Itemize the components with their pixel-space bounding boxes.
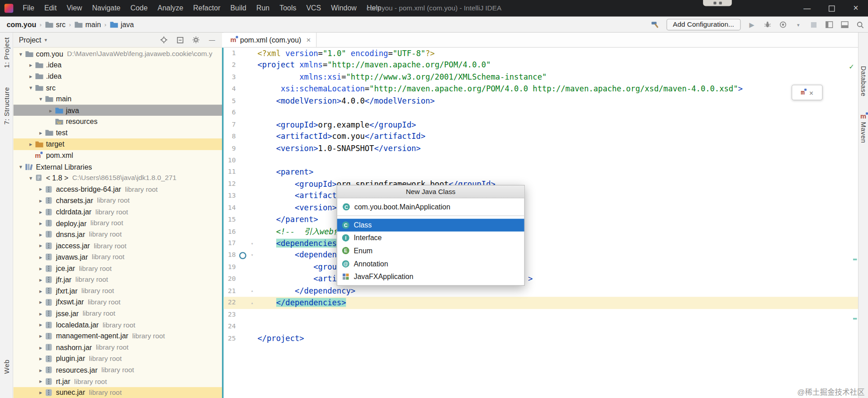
- menu-item-build[interactable]: Build: [225, 0, 251, 17]
- code-line-16[interactable]: 16 <!-- 引入web依赖-->: [224, 226, 858, 237]
- tree-row-jfxswt.jar[interactable]: ▸jfxswt.jarlibrary root: [13, 297, 222, 308]
- search-icon[interactable]: [856, 20, 865, 29]
- line-number[interactable]: 15: [224, 214, 236, 226]
- tree-collapse-icon[interactable]: ▸: [37, 186, 45, 192]
- code-editor[interactable]: m × ✓ 1<?xml version="1.0" encoding="UTF…: [224, 47, 858, 398]
- tree-collapse-icon[interactable]: ▸: [37, 220, 45, 226]
- line-number[interactable]: 1: [224, 47, 236, 59]
- line-number[interactable]: 24: [224, 321, 236, 332]
- tree-collapse-icon[interactable]: ▸: [37, 265, 45, 271]
- tool-stripe-1project[interactable]: 1: Project: [3, 37, 10, 68]
- line-number[interactable]: 9: [224, 142, 236, 154]
- line-number[interactable]: 7: [224, 119, 236, 131]
- tree-collapse-icon[interactable]: ▸: [37, 367, 45, 373]
- tree-expand-icon[interactable]: ▾: [17, 51, 25, 57]
- code-line-21[interactable]: 21▴ </dependency>: [224, 285, 858, 297]
- tree-row-accessbridge64.jar[interactable]: ▸access-bridge-64.jarlibrary root: [13, 184, 222, 195]
- tree-collapse-icon[interactable]: ▸: [37, 198, 45, 204]
- line-number[interactable]: 11: [224, 166, 236, 178]
- tree-row-src[interactable]: ▾src: [13, 82, 222, 93]
- line-number[interactable]: 20: [224, 273, 236, 285]
- tree-expand-icon[interactable]: ▾: [27, 175, 35, 181]
- line-number[interactable]: 18: [224, 250, 236, 261]
- build-hammer-icon[interactable]: [651, 20, 660, 29]
- tree-row-test[interactable]: ▸test: [13, 127, 222, 138]
- code-line-6[interactable]: 6: [224, 107, 858, 119]
- line-number[interactable]: 19: [224, 261, 236, 273]
- tab-close-icon[interactable]: ×: [306, 35, 311, 44]
- locate-icon[interactable]: [160, 35, 169, 44]
- line-number[interactable]: 8: [224, 131, 236, 142]
- menu-item-view[interactable]: View: [61, 0, 87, 17]
- code-line-18[interactable]: 18▾ <dependency>: [224, 250, 858, 261]
- tree-collapse-icon[interactable]: ▸: [37, 355, 45, 361]
- line-number[interactable]: 2: [224, 60, 236, 71]
- tree-row-target[interactable]: ▸target: [13, 138, 222, 150]
- tree-expand-icon[interactable]: ▾: [37, 96, 45, 102]
- code-line-7[interactable]: 7 <groupId>org.example</groupId>: [224, 119, 858, 131]
- code-line-23[interactable]: 23: [224, 309, 858, 321]
- coverage-icon[interactable]: [778, 20, 788, 29]
- tool-stripe-7structure[interactable]: 7: Structure: [3, 87, 10, 124]
- tree-row-.idea[interactable]: ▸.idea: [13, 71, 222, 82]
- code-line-13[interactable]: 13 <artifactId>: [224, 190, 858, 202]
- menu-item-navigate[interactable]: Navigate: [87, 0, 126, 17]
- layout-bottom-icon[interactable]: [840, 20, 849, 29]
- menu-item-run[interactable]: Run: [251, 0, 274, 17]
- line-number[interactable]: 14: [224, 202, 236, 214]
- line-number[interactable]: 10: [224, 155, 236, 166]
- code-line-14[interactable]: 14 <version>: [224, 202, 858, 214]
- popup-item-annotation[interactable]: @Annotation: [337, 257, 524, 270]
- fold-marker-icon[interactable]: ▴: [251, 285, 254, 297]
- code-line-10[interactable]: 10: [224, 155, 858, 166]
- tree-row-jaccess.jar[interactable]: ▸jaccess.jarlibrary root: [13, 240, 222, 251]
- line-number[interactable]: 16: [224, 226, 236, 237]
- tree-collapse-icon[interactable]: ▸: [37, 322, 45, 328]
- tree-row-sunec.jar[interactable]: ▸sunec.jarlibrary root: [13, 387, 222, 398]
- line-number[interactable]: 4: [224, 83, 236, 95]
- fold-marker-icon[interactable]: ▾: [251, 237, 254, 249]
- menu-item-vcs[interactable]: VCS: [301, 0, 326, 17]
- code-line-25[interactable]: 25</project>: [224, 332, 858, 344]
- line-number[interactable]: 25: [224, 332, 236, 344]
- code-line-4[interactable]: 4 xsi:schemaLocation="http://maven.apach…: [224, 83, 858, 95]
- breadcrumb-item-comyou[interactable]: com.you: [7, 20, 36, 28]
- tool-stripe-maven[interactable]: mMaven: [859, 113, 867, 143]
- line-number[interactable]: 5: [224, 95, 236, 107]
- menu-item-analyze[interactable]: Analyze: [153, 0, 189, 17]
- layout-left-icon[interactable]: [825, 20, 834, 29]
- code-line-17[interactable]: 17▾ <dependencies>: [224, 237, 858, 249]
- tree-collapse-icon[interactable]: ▸: [27, 141, 35, 147]
- tree-row-plugin.jar[interactable]: ▸plugin.jarlibrary root: [13, 353, 222, 365]
- tree-row-pom.xml[interactable]: mpom.xml: [13, 150, 222, 161]
- popup-title[interactable]: New Java Class: [337, 185, 524, 198]
- collapse-all-icon[interactable]: [175, 35, 184, 44]
- tree-expand-icon[interactable]: ▾: [27, 85, 35, 90]
- menu-item-file[interactable]: File: [18, 0, 39, 17]
- minimize-icon[interactable]: —: [208, 35, 217, 44]
- code-line-5[interactable]: 5 <modelVersion>4.0.0</modelVersion>: [224, 95, 858, 107]
- debug-icon[interactable]: [763, 20, 772, 29]
- tree-row-com.you[interactable]: ▾com.youD:\Maven\JavaWeb\feng.javaweb.co…: [13, 48, 222, 60]
- chevron-down-icon[interactable]: ▾: [794, 20, 803, 29]
- line-number[interactable]: 3: [224, 71, 236, 83]
- tree-collapse-icon[interactable]: ▸: [27, 73, 35, 79]
- code-line-11[interactable]: 11 <parent>: [224, 166, 858, 178]
- tree-row-cldrdata.jar[interactable]: ▸cldrdata.jarlibrary root: [13, 206, 222, 218]
- add-configuration-button[interactable]: Add Configuration...: [666, 19, 741, 31]
- popup-item-interface[interactable]: IInterface: [337, 232, 524, 244]
- popup-item-enum[interactable]: EEnum: [337, 244, 524, 257]
- breadcrumb-item-java[interactable]: java: [109, 20, 134, 28]
- code-line-12[interactable]: 12 <groupId>org.springframework.boot</gr…: [224, 178, 858, 190]
- menu-item-code[interactable]: Code: [126, 0, 153, 17]
- minimize-button[interactable]: —: [795, 0, 819, 17]
- chevron-down-icon[interactable]: ▾: [45, 37, 47, 43]
- tree-row-1.8[interactable]: ▾< 1.8 >C:\Users\86158\java\jdk1.8.0_271: [13, 172, 222, 184]
- tree-row-jfxrt.jar[interactable]: ▸jfxrt.jarlibrary root: [13, 285, 222, 297]
- tree-row-rt.jar[interactable]: ▸rt.jarlibrary root: [13, 376, 222, 387]
- tree-row-resources[interactable]: resources: [13, 116, 222, 127]
- tool-stripe-web[interactable]: Web: [3, 360, 10, 374]
- code-line-20[interactable]: 20 <arti >: [224, 273, 858, 285]
- line-number[interactable]: 17: [224, 237, 236, 249]
- line-number[interactable]: 21: [224, 285, 236, 297]
